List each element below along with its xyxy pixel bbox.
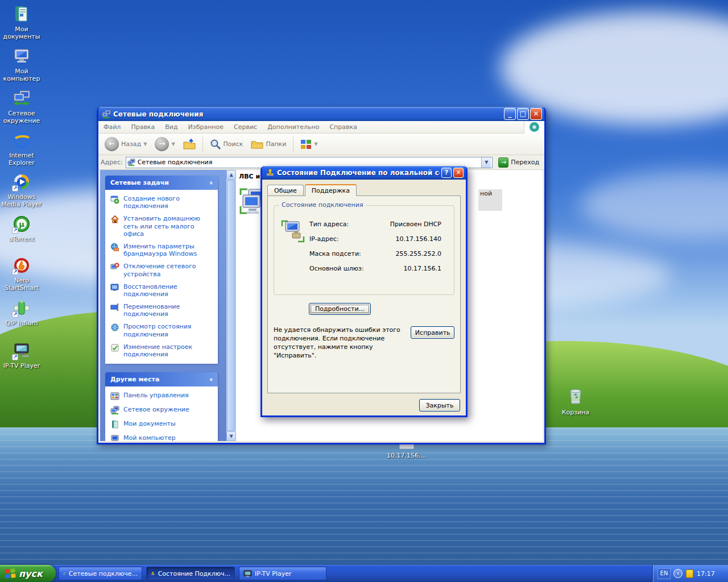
task-disable-device[interactable]: Отключение сетевого устройства <box>110 263 214 277</box>
task-home-network[interactable]: Установить домашнюю сеть или сеть малого… <box>110 215 214 238</box>
selected-label-fragment[interactable]: ной <box>478 189 502 211</box>
windows-throbber-icon <box>530 122 539 132</box>
iptv-icon: ↗ <box>12 341 31 360</box>
desktop-icon-my-documents[interactable]: Мои документы <box>1 5 42 40</box>
place-my-computer[interactable]: Мой компьютер <box>110 434 214 441</box>
hide-icons-chevron-icon[interactable]: ‹ <box>673 569 682 578</box>
status-dialog-icon <box>151 569 155 577</box>
task-label: Установить домашнюю сеть или сеть малого… <box>123 215 214 238</box>
scroll-down-button[interactable]: ▼ <box>226 431 236 441</box>
network-tasks-card: Сетевые задачи « Создание нового подключ… <box>105 176 218 364</box>
views-dropdown-icon[interactable]: ▼ <box>314 142 317 147</box>
network-tasks-body: Создание нового подключения Установить д… <box>105 190 218 364</box>
place-my-documents[interactable]: Мои документы <box>110 420 214 429</box>
desktop-icon-iptv[interactable]: ↗ IP-TV Player <box>1 341 42 369</box>
go-button[interactable]: → Переход <box>495 156 542 169</box>
nero-icon: ↗ <box>12 256 31 275</box>
status-row: Тип адреса: Присвоен DHCP <box>309 221 441 228</box>
dialog-titlebar[interactable]: Состояние Подключение по локальной сет..… <box>262 166 466 180</box>
close-dialog-button[interactable]: Закрыть <box>419 399 460 411</box>
desktop-icon-qip[interactable]: ↗ QIP Infium <box>1 298 42 327</box>
task-firewall[interactable]: Изменить параметры брандмауэра Windows <box>110 243 214 257</box>
menu-view[interactable]: Вид <box>160 122 183 132</box>
task-label: Восстановление подключения <box>123 283 214 298</box>
desktop-icon-utorrent[interactable]: µ ↗ uTorrent <box>1 214 42 243</box>
desktop-icon-label: Корзина <box>555 409 596 416</box>
desktop-icon-label: Мой компьютер <box>1 68 42 82</box>
row-value: Присвоен DHCP <box>390 221 441 228</box>
desktop-icon-wmp[interactable]: ↗ Windows Media Player <box>1 172 42 208</box>
my-computer-icon <box>12 47 31 66</box>
task-repair-connection[interactable]: Восстановление подключения <box>110 283 214 298</box>
wmp-icon: ↗ <box>12 172 31 192</box>
qip-tray-icon[interactable] <box>686 569 693 578</box>
scroll-thumb[interactable] <box>227 180 235 431</box>
scroll-up-button[interactable]: ▲ <box>226 170 236 180</box>
place-network[interactable]: Сетевое окружение <box>110 406 214 415</box>
go-label: Переход <box>511 159 539 166</box>
start-label: пуск <box>19 568 43 579</box>
menu-file[interactable]: Файл <box>98 122 126 132</box>
folders-icon <box>251 139 263 150</box>
folders-button[interactable]: Папки <box>248 137 289 152</box>
start-button[interactable]: пуск <box>0 565 56 582</box>
utorrent-icon: µ ↗ <box>12 214 31 234</box>
taskbar-clock[interactable]: 17:17 <box>697 570 715 577</box>
menu-favorites[interactable]: Избранное <box>183 122 229 132</box>
views-button[interactable]: ▼ <box>297 137 320 152</box>
menu-advanced[interactable]: Дополнительно <box>262 122 324 132</box>
up-folder-icon <box>183 139 196 150</box>
back-dropdown-icon[interactable]: ▼ <box>143 142 147 147</box>
address-dropdown-button[interactable]: ▼ <box>481 157 491 168</box>
task-change-settings[interactable]: Изменение настроек подключения <box>110 343 214 358</box>
tab-support[interactable]: Поддержка <box>305 184 357 196</box>
up-button[interactable] <box>180 137 198 152</box>
details-button[interactable]: Подробности... <box>309 303 371 315</box>
menu-help[interactable]: Справка <box>324 122 362 132</box>
toolbar: ← Назад ▼ → ▼ Поиск Папки ▼ <box>98 134 544 155</box>
rename-connection-icon <box>110 303 119 312</box>
place-control-panel[interactable]: Панель управления <box>110 392 214 401</box>
taskbar-button-iptv[interactable]: IP-TV Player <box>239 567 326 580</box>
desktop-icon-nero[interactable]: ↗ Nero StartSmart <box>1 256 42 292</box>
close-button[interactable]: ✕ <box>530 108 542 120</box>
maximize-button[interactable]: □ <box>517 108 529 120</box>
tab-general[interactable]: Общие <box>267 185 304 196</box>
language-indicator[interactable]: EN <box>658 569 670 579</box>
taskbar-button-network-connections[interactable]: Сетевые подключе... <box>59 567 142 580</box>
desktop-icon-internet-explorer[interactable]: Internet Explorer <box>1 131 42 167</box>
views-icon <box>300 139 312 150</box>
forward-dropdown-icon[interactable]: ▼ <box>171 142 175 147</box>
menu-tools[interactable]: Сервис <box>229 122 262 132</box>
back-button[interactable]: ← Назад ▼ <box>102 135 150 153</box>
task-new-connection[interactable]: Создание нового подключения <box>110 195 214 210</box>
desktop-icon-my-computer[interactable]: Мой компьютер <box>1 47 42 82</box>
system-tray: EN ‹ 17:17 <box>652 565 728 582</box>
other-places-header[interactable]: Другие места « <box>105 372 218 386</box>
place-label: Мой компьютер <box>123 434 176 441</box>
menu-edit[interactable]: Правка <box>126 122 160 132</box>
taskbar-button-label: Состояние Подключ... <box>158 570 230 577</box>
forward-button[interactable]: → ▼ <box>152 135 177 153</box>
desktop-icon-recycle-bin[interactable]: Корзина <box>555 388 596 416</box>
window-titlebar[interactable]: Сетевые подключения _ □ ✕ <box>98 107 544 121</box>
collapse-chevron-icon[interactable]: « <box>208 181 214 184</box>
disable-device-icon <box>110 263 119 272</box>
taskbar-button-connection-status[interactable]: Состояние Подключ... <box>146 567 235 580</box>
network-tasks-header[interactable]: Сетевые задачи « <box>105 176 218 190</box>
collapse-chevron-icon[interactable]: « <box>208 378 214 381</box>
lan-group-header: ЛВС и <box>239 173 260 180</box>
row-label: IP-адрес: <box>309 235 338 243</box>
task-label: Создание нового подключения <box>123 195 214 210</box>
vertical-scrollbar[interactable]: ▲ ▼ <box>226 170 236 441</box>
search-button[interactable]: Поиск <box>207 137 246 152</box>
desktop-icon-network-places[interactable]: Сетевое окружение <box>1 89 42 124</box>
repair-button[interactable]: Исправить <box>411 326 454 339</box>
task-view-status[interactable]: Просмотр состояния подключения <box>110 323 214 338</box>
minimize-button[interactable]: _ <box>504 108 516 120</box>
task-rename-connection[interactable]: Переименование подключения <box>110 303 214 318</box>
my-documents-icon <box>12 5 31 24</box>
dialog-close-button[interactable]: ✕ <box>453 168 464 178</box>
row-label: Тип адреса: <box>309 221 349 228</box>
help-button[interactable]: ? <box>441 168 452 178</box>
